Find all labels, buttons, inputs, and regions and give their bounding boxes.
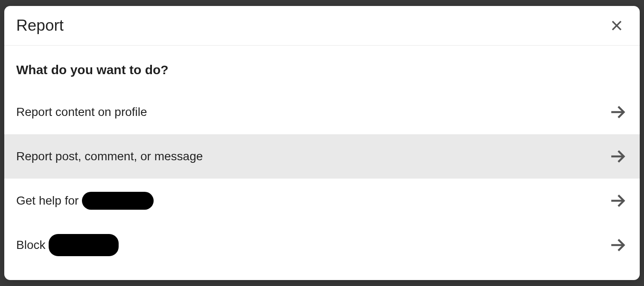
option-label: Block xyxy=(16,234,119,256)
modal-backdrop: Report What do you want to do? Report co… xyxy=(0,0,644,286)
arrow-right-icon xyxy=(608,147,627,166)
arrow-right-icon xyxy=(608,103,627,121)
modal-header: Report xyxy=(4,6,640,46)
arrow-right-icon xyxy=(608,191,627,210)
report-modal: Report What do you want to do? Report co… xyxy=(4,6,640,280)
option-label: Report content on profile xyxy=(16,105,147,119)
close-icon xyxy=(609,18,624,33)
option-report-content-on-profile[interactable]: Report content on profile xyxy=(4,90,640,134)
redacted-name xyxy=(82,192,154,210)
option-label: Report post, comment, or message xyxy=(16,150,203,163)
arrow-right-icon xyxy=(608,236,627,254)
option-report-post-comment-message[interactable]: Report post, comment, or message xyxy=(4,134,640,179)
modal-prompt: What do you want to do? xyxy=(4,63,640,77)
modal-body: What do you want to do? Report content o… xyxy=(4,46,640,267)
redacted-name xyxy=(49,234,119,256)
close-button[interactable] xyxy=(606,15,627,36)
option-label-prefix: Block xyxy=(16,238,45,252)
modal-title: Report xyxy=(16,17,64,35)
option-block-user[interactable]: Block xyxy=(4,223,640,267)
option-label-prefix: Get help for xyxy=(16,194,79,208)
option-get-help-for-user[interactable]: Get help for xyxy=(4,179,640,223)
option-label: Get help for xyxy=(16,192,154,210)
